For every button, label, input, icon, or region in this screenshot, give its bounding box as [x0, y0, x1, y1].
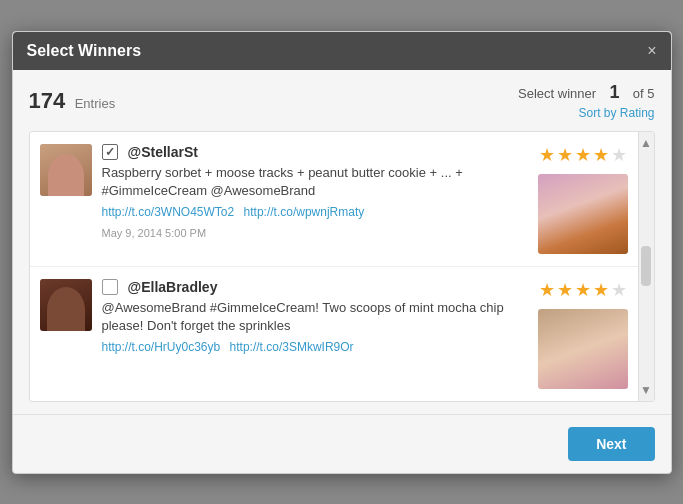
- scroll-down-arrow[interactable]: ▼: [637, 381, 654, 399]
- star-rating: ★ ★ ★ ★ ★: [539, 144, 627, 166]
- entry-links: http://t.co/HrUy0c36yb http://t.co/3SMkw…: [102, 340, 528, 354]
- modal-header: Select Winners ×: [13, 32, 671, 70]
- star-3: ★: [575, 279, 591, 301]
- entries-label: Entries: [75, 96, 115, 111]
- next-button[interactable]: Next: [568, 427, 654, 461]
- entry-link-1[interactable]: http://t.co/HrUy0c36yb: [102, 340, 221, 354]
- winner-info: Select winner 1 of 5 Sort by Rating: [518, 82, 654, 121]
- entries-wrapper: ✓ @StellarSt Raspberry sorbet + moose tr…: [29, 131, 655, 402]
- star-3: ★: [575, 144, 591, 166]
- modal-title: Select Winners: [27, 42, 142, 60]
- select-winner-line: Select winner 1 of 5: [518, 82, 654, 103]
- entries-inner: ✓ @StellarSt Raspberry sorbet + moose tr…: [30, 132, 638, 401]
- table-row: @EllaBradley @AwesomeBrand #GimmeIceCrea…: [30, 267, 638, 401]
- scroll-thumb[interactable]: [641, 246, 651, 286]
- star-4: ★: [593, 279, 609, 301]
- entry-username: @EllaBradley: [102, 279, 528, 295]
- sort-by-rating-link[interactable]: Sort by Rating: [578, 106, 654, 120]
- entry-content: ✓ @StellarSt Raspberry sorbet + moose tr…: [102, 144, 528, 239]
- entry-right: ★ ★ ★ ★ ★: [538, 279, 628, 389]
- star-5: ★: [611, 144, 627, 166]
- entry-link-1[interactable]: http://t.co/3WNO45WTo2: [102, 205, 235, 219]
- modal-footer: Next: [13, 414, 671, 473]
- table-row: ✓ @StellarSt Raspberry sorbet + moose tr…: [30, 132, 638, 267]
- entry-username: ✓ @StellarSt: [102, 144, 528, 160]
- star-1: ★: [539, 144, 555, 166]
- star-4: ★: [593, 144, 609, 166]
- scrollbar[interactable]: ▲ ▼: [638, 132, 654, 401]
- entry-right: ★ ★ ★ ★ ★: [538, 144, 628, 254]
- select-winners-modal: Select Winners × 174 Entries Select winn…: [12, 31, 672, 474]
- star-2: ★: [557, 144, 573, 166]
- avatar: [40, 279, 92, 331]
- star-1: ★: [539, 279, 555, 301]
- entry-thumbnail: [538, 309, 628, 389]
- entry-links: http://t.co/3WNO45WTo2 http://t.co/wpwnj…: [102, 205, 528, 219]
- entry-checkbox[interactable]: ✓: [102, 144, 118, 160]
- star-rating: ★ ★ ★ ★ ★: [539, 279, 627, 301]
- entry-image: [538, 174, 628, 254]
- of-text: of 5: [633, 86, 655, 101]
- current-winner-number: 1: [609, 82, 619, 102]
- entry-text: Raspberry sorbet + moose tracks + peanut…: [102, 164, 528, 200]
- close-button[interactable]: ×: [647, 42, 656, 60]
- entry-link-2[interactable]: http://t.co/wpwnjRmaty: [244, 205, 365, 219]
- entry-thumbnail: [538, 174, 628, 254]
- modal-body: 174 Entries Select winner 1 of 5 Sort by…: [13, 70, 671, 414]
- top-bar: 174 Entries Select winner 1 of 5 Sort by…: [29, 82, 655, 121]
- entry-link-2[interactable]: http://t.co/3SMkwIR9Or: [230, 340, 354, 354]
- entries-count: 174: [29, 88, 66, 113]
- entry-checkbox[interactable]: [102, 279, 118, 295]
- star-5: ★: [611, 279, 627, 301]
- scroll-up-arrow[interactable]: ▲: [637, 134, 654, 152]
- star-2: ★: [557, 279, 573, 301]
- entries-list: ✓ @StellarSt Raspberry sorbet + moose tr…: [29, 131, 655, 402]
- avatar: [40, 144, 92, 196]
- select-winner-label: Select winner: [518, 86, 596, 101]
- entry-date: May 9, 2014 5:00 PM: [102, 227, 528, 239]
- entry-content: @EllaBradley @AwesomeBrand #GimmeIceCrea…: [102, 279, 528, 360]
- entry-text: @AwesomeBrand #GimmeIceCream! Two scoops…: [102, 299, 528, 335]
- entries-summary: 174 Entries: [29, 88, 116, 114]
- entry-image: [538, 309, 628, 389]
